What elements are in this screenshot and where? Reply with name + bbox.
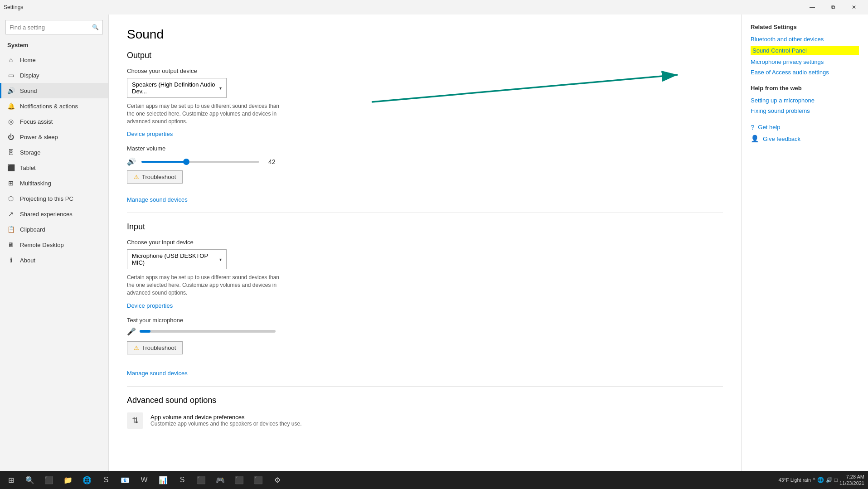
sidebar-item-storage[interactable]: 🗄 Storage xyxy=(0,145,108,160)
taskbar-app-6[interactable]: ⬛ xyxy=(192,471,210,489)
related-link-easeofaccess[interactable]: Ease of Access audio settings xyxy=(751,69,859,76)
section-divider-2 xyxy=(127,386,723,387)
sidebar-item-label: Focus assist xyxy=(20,118,53,125)
taskbar-start-button[interactable]: ⊞ xyxy=(2,471,20,489)
related-settings-title: Related Settings xyxy=(751,24,859,30)
app-volume-icon: ⇅ xyxy=(127,412,143,429)
help-link-setupmic[interactable]: Setting up a microphone xyxy=(751,97,859,104)
taskbar-app-1[interactable]: S xyxy=(97,471,115,489)
input-device-dropdown[interactable]: Microphone (USB DESKTOP MIC) ▾ xyxy=(127,249,227,269)
output-manage-sound-link[interactable]: Manage sound devices xyxy=(127,196,188,203)
get-help-link[interactable]: Get help xyxy=(758,124,780,131)
title-bar-text: Settings xyxy=(4,4,23,10)
search-input[interactable] xyxy=(10,24,90,31)
sidebar-item-remote[interactable]: 🖥 Remote Desktop xyxy=(0,237,108,252)
notifications-icon: 🔔 xyxy=(7,102,15,110)
svg-line-1 xyxy=(372,75,678,102)
sidebar-item-tablet[interactable]: ⬛ Tablet xyxy=(0,160,108,175)
search-icon: 🔍 xyxy=(92,24,99,30)
sidebar-item-clipboard[interactable]: 📋 Clipboard xyxy=(0,222,108,237)
taskbar-file-explorer[interactable]: 📁 xyxy=(59,471,77,489)
help-link-fixsound[interactable]: Fixing sound problems xyxy=(751,107,859,114)
input-device-value: Microphone (USB DESKTOP MIC) xyxy=(132,252,219,266)
volume-row: 🔊 42 xyxy=(127,157,723,166)
related-link-bluetooth[interactable]: Bluetooth and other devices xyxy=(751,36,859,43)
give-feedback-link[interactable]: Give feedback xyxy=(763,136,800,142)
sidebar-item-multitasking[interactable]: ⊞ Multitasking xyxy=(0,175,108,191)
taskbar-weather: 43°F Light rain xyxy=(778,477,811,483)
taskbar-clock[interactable]: 7:28 AM 11/23/2021 xyxy=(839,474,864,487)
taskbar-app-10[interactable]: ⚙ xyxy=(268,471,286,489)
taskbar: ⊞ 🔍 ⬛ 📁 🌐 S 📧 W 📊 S ⬛ 🎮 ⬛ ⬛ ⚙ 43°F Light… xyxy=(0,471,868,489)
input-manage-sound-link[interactable]: Manage sound devices xyxy=(127,370,188,377)
taskbar-app-5[interactable]: S xyxy=(173,471,191,489)
mic-bar-fill xyxy=(140,330,150,333)
output-device-note: Certain apps may be set up to use differ… xyxy=(127,102,286,125)
input-dropdown-arrow: ▾ xyxy=(219,257,222,262)
home-icon: ⌂ xyxy=(7,56,15,63)
output-device-label: Choose your output device xyxy=(127,68,723,74)
sidebar-item-projecting[interactable]: ⬡ Projecting to this PC xyxy=(0,191,108,206)
sidebar-item-about[interactable]: ℹ About xyxy=(0,252,108,268)
taskbar-task-view[interactable]: ⬛ xyxy=(40,471,58,489)
get-help-item[interactable]: ? Get help xyxy=(751,123,859,131)
volume-slider-thumb[interactable] xyxy=(183,159,189,165)
app-volume-sub: Customize app volumes and the speakers o… xyxy=(150,421,302,427)
app-volume-item[interactable]: ⇅ App volume and device preferences Cust… xyxy=(127,412,723,429)
sidebar-item-sound[interactable]: 🔊 Sound xyxy=(0,83,108,98)
sidebar-item-power[interactable]: ⏻ Power & sleep xyxy=(0,129,108,145)
output-dropdown-arrow: ▾ xyxy=(219,86,222,91)
taskbar-date-text: 11/23/2021 xyxy=(839,480,864,486)
taskbar-search-button[interactable]: 🔍 xyxy=(21,471,39,489)
close-button[interactable]: ✕ xyxy=(844,0,864,15)
taskbar-app-3[interactable]: W xyxy=(135,471,153,489)
power-icon: ⏻ xyxy=(7,133,15,140)
sidebar-item-label: About xyxy=(20,257,35,264)
taskbar-app-8[interactable]: ⬛ xyxy=(230,471,248,489)
sidebar-item-shared[interactable]: ↗ Shared experiences xyxy=(0,206,108,222)
input-troubleshoot-button[interactable]: ⚠ Troubleshoot xyxy=(127,341,183,354)
output-troubleshoot-button[interactable]: ⚠ Troubleshoot xyxy=(127,170,183,184)
related-link-soundpanel[interactable]: Sound Control Panel xyxy=(751,46,859,55)
taskbar-sys-icons: ^ 🌐 🔊 □ xyxy=(813,477,838,483)
input-device-properties-link[interactable]: Device properties xyxy=(127,302,173,309)
sidebar-item-label: Projecting to this PC xyxy=(20,195,73,202)
sidebar-item-display[interactable]: ▭ Display xyxy=(0,68,108,83)
sidebar-item-home[interactable]: ⌂ Home xyxy=(0,52,108,68)
sidebar-item-label: Storage xyxy=(20,149,41,156)
remote-icon: 🖥 xyxy=(7,241,15,248)
app-volume-text: App volume and device preferences Custom… xyxy=(150,414,302,427)
related-link-microprivacy[interactable]: Microphone privacy settings xyxy=(751,58,859,65)
minimize-button[interactable]: — xyxy=(802,0,823,15)
input-device-note: Certain apps may be set up to use differ… xyxy=(127,274,286,296)
sidebar-item-notifications[interactable]: 🔔 Notifications & actions xyxy=(0,98,108,114)
volume-slider[interactable] xyxy=(141,161,259,163)
output-device-dropdown[interactable]: Speakers (High Definition Audio Dev... ▾ xyxy=(127,78,227,98)
taskbar-speaker-icon[interactable]: 🔊 xyxy=(826,477,833,483)
annotation-arrow xyxy=(363,68,689,113)
taskbar-app-7[interactable]: 🎮 xyxy=(211,471,229,489)
help-title: Help from the web xyxy=(751,85,859,92)
sidebar-item-focus[interactable]: ◎ Focus assist xyxy=(0,114,108,129)
taskbar-chevron-icon[interactable]: ^ xyxy=(813,477,815,483)
mic-bar-track xyxy=(140,330,276,333)
taskbar-network-icon[interactable]: 🌐 xyxy=(817,477,824,483)
sidebar-item-label: Display xyxy=(20,72,39,79)
app-body: 🔍 System ⌂ Home ▭ Display 🔊 Sound 🔔 Noti… xyxy=(0,15,868,471)
give-feedback-item[interactable]: 👤 Give feedback xyxy=(751,135,859,143)
search-container[interactable]: 🔍 xyxy=(5,20,103,34)
clipboard-icon: 📋 xyxy=(7,226,15,233)
projecting-icon: ⬡ xyxy=(7,195,15,202)
taskbar-app-2[interactable]: 📧 xyxy=(116,471,134,489)
output-section-title: Output xyxy=(127,51,723,60)
restore-button[interactable]: ⧉ xyxy=(823,0,844,15)
taskbar-app-9[interactable]: ⬛ xyxy=(249,471,267,489)
taskbar-browser[interactable]: 🌐 xyxy=(78,471,96,489)
test-mic-label: Test your microphone xyxy=(127,317,723,324)
sidebar-item-label: Tablet xyxy=(20,165,36,171)
multitasking-icon: ⊞ xyxy=(7,179,15,187)
mic-test-row: 🎤 xyxy=(127,327,723,336)
sidebar-item-label: Multitasking xyxy=(20,180,51,187)
taskbar-app-4[interactable]: 📊 xyxy=(154,471,172,489)
output-device-properties-link[interactable]: Device properties xyxy=(127,131,173,137)
